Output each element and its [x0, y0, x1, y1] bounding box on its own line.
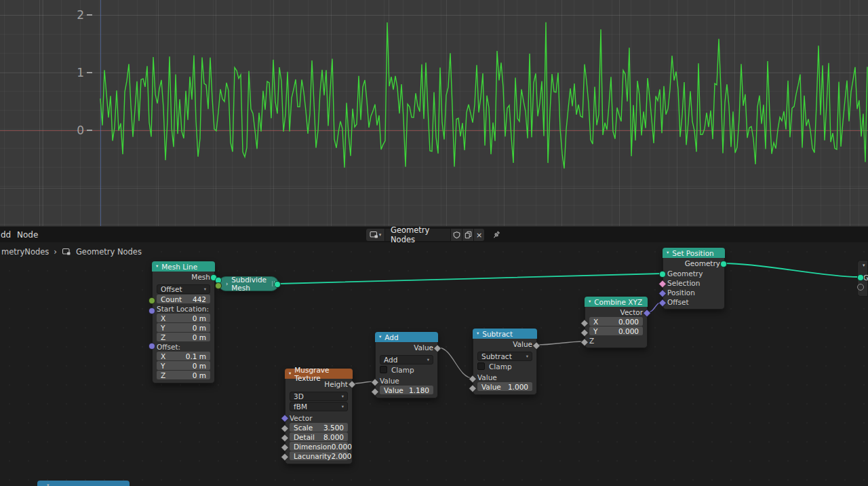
breadcrumb: metryNodes › Geometry Nodes [1, 247, 142, 257]
viewport-3d[interactable]: 2 1 0 [0, 0, 868, 226]
value-field[interactable]: Value1.180 [380, 386, 433, 394]
start-y-field[interactable]: Y0 m [157, 323, 210, 332]
node-header[interactable]: ▾ Subtract [473, 329, 537, 339]
menu-add[interactable]: dd [0, 229, 14, 240]
count-field[interactable]: Count442 [157, 295, 210, 303]
start-x-field[interactable]: X0 m [157, 314, 210, 322]
offset-label: Offset: [157, 342, 210, 351]
checkbox-icon[interactable] [477, 362, 485, 370]
node-header[interactable]: ▾ Combine XYZ [585, 297, 648, 307]
geometry-input-label: Geometry [667, 269, 720, 278]
socket-geometry-output[interactable] [720, 261, 727, 267]
socket-count-input[interactable] [149, 297, 155, 304]
axis-label-2: 2 [61, 8, 92, 22]
breadcrumb-current: Geometry Nodes [76, 247, 142, 257]
socket-start-location-input[interactable] [149, 307, 155, 314]
socket-unconnected-input[interactable] [857, 284, 864, 291]
nodetree-browse-button[interactable]: ▾ [366, 229, 384, 241]
shield-icon [453, 231, 460, 239]
socket-mesh-output[interactable] [274, 281, 281, 288]
lacunarity-field[interactable]: Lacunarity2.000 [290, 451, 348, 460]
value-input-label: Value [380, 376, 433, 385]
musgrave-type-dropdown[interactable]: fBM▾ [290, 402, 348, 411]
node-title: Mesh Line [161, 263, 197, 271]
duplicate-datablock-button[interactable] [462, 229, 473, 241]
node-subdivide-mesh[interactable]: › Subdivide Mesh [218, 276, 279, 291]
axis-tick [87, 130, 92, 131]
noise-waveform [0, 0, 868, 226]
node-mesh-line[interactable]: ▾ Mesh Line Mesh Offset▾ Count442 Start … [152, 261, 215, 384]
node-header[interactable]: ▾ Musgrave Texture [285, 369, 353, 379]
axis-label-0: 0 [61, 124, 92, 137]
blender-window: 2 1 0 dd Node ▾ Geometry Nodes [0, 0, 868, 486]
node-title: Subdivide Mesh [231, 276, 267, 292]
node-header[interactable]: ▾ Set Position [663, 248, 725, 258]
node-header[interactable]: ▾ Add [375, 332, 438, 342]
node-editor-header: dd Node ▾ Geometry Nodes [0, 226, 868, 242]
datablock-selector: ▾ Geometry Nodes × [366, 229, 501, 241]
node-random-value-partial[interactable]: ▾ Random Value [37, 481, 130, 486]
pin-icon [492, 230, 501, 240]
output-vector: Vector [589, 307, 643, 316]
mode-dropdown[interactable]: Offset▾ [157, 284, 210, 294]
collapse-chevron-icon[interactable]: ▾ [379, 335, 381, 339]
dimensions-dropdown[interactable]: 3D▾ [290, 392, 348, 401]
node-set-position[interactable]: ▾ Set Position Geometry Geometry Selecti… [663, 248, 725, 310]
menu-node[interactable]: Node [14, 229, 41, 240]
socket-offset-input[interactable] [149, 343, 155, 350]
pin-button[interactable] [492, 230, 501, 240]
y-field[interactable]: Y0.000 [589, 326, 643, 335]
clamp-checkbox-row[interactable]: Clamp [380, 365, 433, 374]
breadcrumb-separator-icon: › [54, 247, 57, 257]
unlink-datablock-button[interactable]: × [474, 229, 484, 241]
node-musgrave-texture[interactable]: ▾ Musgrave Texture Height 3D▾ fBM▾ Vecto… [285, 369, 353, 464]
collapse-chevron-icon[interactable]: ▾ [477, 331, 479, 336]
expand-chevron-icon[interactable]: › [226, 281, 228, 287]
clamp-checkbox-row[interactable]: Clamp [477, 362, 532, 371]
node-math-subtract[interactable]: ▾ Subtract Value Subtract▾ Clamp Value V… [473, 329, 537, 395]
offset-y-field[interactable]: Y0 m [157, 361, 210, 370]
nodetree-icon [62, 248, 71, 256]
axis-tick [87, 14, 92, 16]
partial-input-label: G [863, 274, 868, 282]
value-field[interactable]: Value1.000 [477, 382, 532, 391]
operation-dropdown[interactable]: Add▾ [380, 355, 433, 364]
chevron-down-icon: ▾ [379, 233, 382, 238]
value-input-label: Value [477, 373, 532, 381]
collapse-chevron-icon[interactable]: ▾ [667, 250, 669, 255]
offset-z-field[interactable]: Z0 m [157, 371, 210, 379]
start-z-field[interactable]: Z0 m [157, 333, 210, 341]
nodetree-icon [370, 231, 378, 239]
scale-field[interactable]: Scale3.500 [290, 423, 348, 432]
x-field[interactable]: X0.000 [589, 317, 643, 326]
offset-x-field[interactable]: X0.1 m [157, 352, 210, 360]
detail-field[interactable]: Detail8.000 [290, 432, 348, 441]
collapse-chevron-icon: ▾ [47, 481, 130, 486]
node-title: Subtract [482, 330, 513, 338]
node-group-output-partial[interactable]: ▾ G [857, 260, 868, 297]
node-title: Set Position [672, 249, 713, 257]
dimension-field[interactable]: Dimension0.000 [290, 442, 348, 451]
node-header[interactable]: ▾ Mesh Line [152, 261, 215, 272]
collapse-chevron-icon[interactable]: ▾ [289, 371, 291, 376]
collapse-chevron-icon[interactable]: ▾ [863, 263, 865, 268]
start-location-label: Start Location: [157, 304, 210, 313]
selection-input-label: Selection [667, 278, 720, 287]
node-combine-xyz[interactable]: ▾ Combine XYZ Vector X0.000 Y0.000 Z [585, 297, 648, 348]
socket-geometry-input[interactable] [659, 271, 666, 278]
node-title: Combine XYZ [594, 298, 642, 306]
node-math-add[interactable]: ▾ Add Value Add▾ Clamp Value Value1.180 [375, 332, 438, 398]
socket-level-input[interactable] [215, 282, 222, 289]
node-title: Add [384, 333, 398, 341]
fake-user-button[interactable] [451, 229, 462, 241]
socket-geometry-input[interactable] [857, 274, 864, 281]
collapse-chevron-icon[interactable]: ▾ [156, 264, 158, 269]
datablock-name-field[interactable]: Geometry Nodes [385, 229, 450, 241]
offset-input-label: Offset [667, 297, 720, 306]
z-input-label: Z [589, 336, 643, 345]
output-value: Value [477, 339, 532, 348]
operation-dropdown[interactable]: Subtract▾ [477, 352, 532, 361]
output-mesh: Mesh [157, 272, 210, 281]
collapse-chevron-icon[interactable]: ▾ [589, 299, 591, 304]
checkbox-icon[interactable] [380, 366, 387, 373]
